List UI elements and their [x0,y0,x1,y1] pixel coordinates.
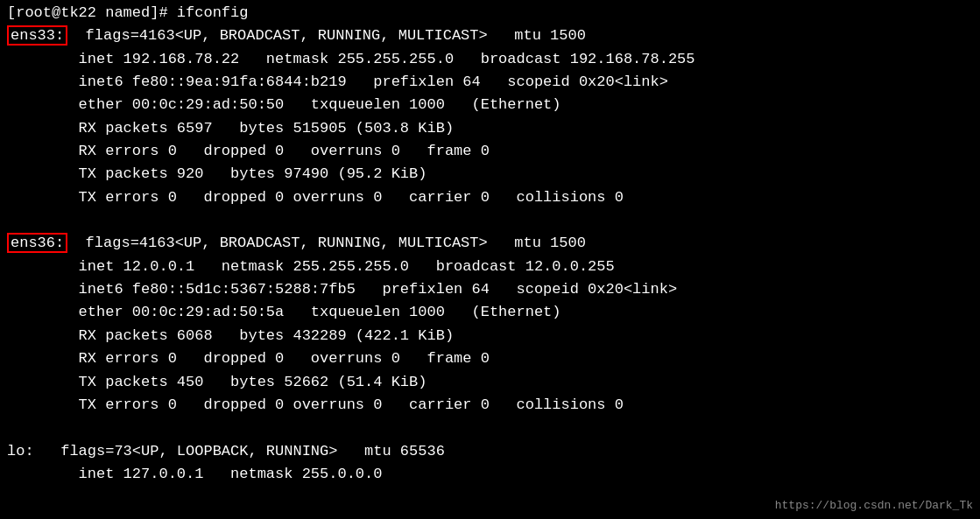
ens36-rx-packets: RX packets 6068 bytes 432289 (422.1 KiB) [7,325,973,347]
blank-line-1 [7,209,973,232]
ens36-inet6: inet6 fe80::5d1c:5367:5288:7fb5 prefixle… [7,278,973,301]
ens33-rx-errors: RX errors 0 dropped 0 overruns 0 frame 0 [7,140,973,163]
ens36-label: ens36: [7,233,67,253]
ens36-tx-packets: TX packets 450 bytes 52662 (51.4 KiB) [7,371,973,394]
blank-line-2 [7,417,973,439]
lo-inet: inet 127.0.0.1 netmask 255.0.0.0 [7,463,973,486]
watermark: https://blog.csdn.net/Dark_Tk [775,499,973,512]
prompt-line: [root@tk22 named]# ifconfig [7,2,973,25]
ens33-label: ens33: [7,25,67,46]
ens33-rx-packets: RX packets 6597 bytes 515905 (503.8 KiB) [7,117,973,140]
ens36-rx-errors: RX errors 0 dropped 0 overruns 0 frame 0 [7,347,973,370]
lo-line: lo: flags=73<UP, LOOPBACK, RUNNING> mtu … [7,440,973,463]
ens33-inet6: inet6 fe80::9ea:91fa:6844:b219 prefixlen… [7,71,973,94]
ens36-inet: inet 12.0.0.1 netmask 255.255.255.0 broa… [7,256,973,278]
ens33-line: ens33: flags=4163<UP, BROADCAST, RUNNING… [7,25,973,47]
ens36-tx-errors: TX errors 0 dropped 0 overruns 0 carrier… [7,394,973,417]
ens33-tx-errors: TX errors 0 dropped 0 overruns 0 carrier… [7,186,973,209]
ens33-tx-packets: TX packets 920 bytes 97490 (95.2 KiB) [7,163,973,186]
ens33-inet: inet 192.168.78.22 netmask 255.255.255.0… [7,48,973,71]
ens36-flags: flags=4163<UP, BROADCAST, RUNNING, MULTI… [67,235,586,251]
terminal: [root@tk22 named]# ifconfig ens33: flags… [0,0,980,519]
ens33-ether: ether 00:0c:29:ad:50:50 txqueuelen 1000 … [7,94,973,116]
lo-label: lo: flags=73<UP, LOOPBACK, RUNNING> mtu … [7,443,445,459]
ens36-line: ens36: flags=4163<UP, BROADCAST, RUNNING… [7,232,973,255]
ens36-ether: ether 00:0c:29:ad:50:5a txqueuelen 1000 … [7,301,973,324]
ens33-flags: flags=4163<UP, BROADCAST, RUNNING, MULTI… [67,27,586,44]
